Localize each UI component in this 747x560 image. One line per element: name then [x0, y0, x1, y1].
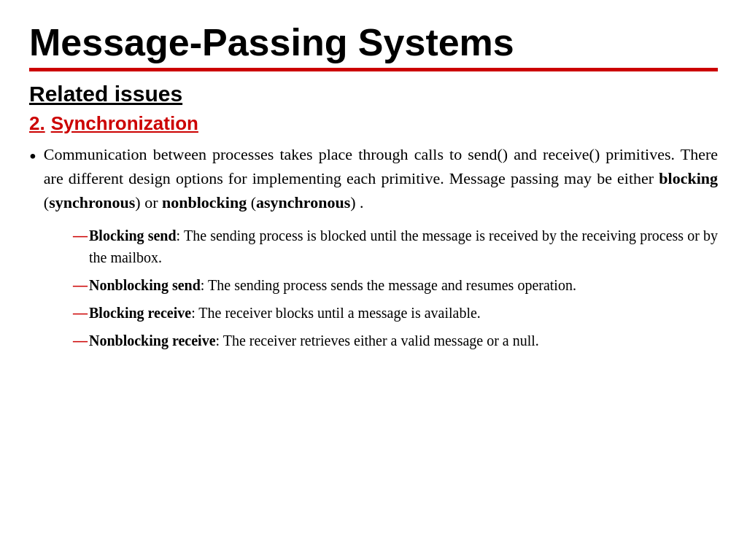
- blocking-word: blocking: [659, 169, 718, 187]
- blocking-send-label: Blocking send: [89, 228, 177, 244]
- bullet-dot: •: [29, 142, 36, 171]
- sub-dash-2: —: [73, 274, 88, 296]
- sub-text-blocking-receive: Blocking receive: The receiver blocks un…: [89, 302, 481, 324]
- sub-item-blocking-receive: — Blocking receive: The receiver blocks …: [73, 302, 718, 324]
- main-bullet: • Communication between processes takes …: [29, 142, 718, 214]
- slide-title: Message-Passing Systems: [29, 22, 718, 63]
- nonblocking-word: nonblocking: [162, 193, 247, 211]
- sub-dash-4: —: [73, 330, 88, 351]
- bullet-text: Communication between processes takes pl…: [44, 142, 718, 214]
- sub-text-nonblocking-receive: Nonblocking receive: The receiver retrie…: [89, 330, 539, 351]
- sub-item-nonblocking-send: — Nonblocking send: The sending process …: [73, 274, 718, 296]
- blocking-receive-label: Blocking receive: [89, 305, 191, 321]
- sub-items-list: — Blocking send: The sending process is …: [73, 225, 718, 351]
- related-issues-heading: Related issues: [29, 82, 718, 106]
- sub-text-blocking-send: Blocking send: The sending process is bl…: [89, 225, 718, 268]
- sub-dash-1: —: [73, 225, 88, 246]
- asynchronous-word: asynchronous: [256, 193, 350, 211]
- sub-dash-3: —: [73, 302, 88, 324]
- sub-item-nonblocking-receive: — Nonblocking receive: The receiver retr…: [73, 330, 718, 351]
- slide: Message-Passing Systems Related issues 2…: [0, 0, 747, 560]
- sub-text-nonblocking-send: Nonblocking send: The sending process se…: [89, 274, 576, 296]
- synchronous-word: synchronous: [49, 193, 135, 211]
- nonblocking-receive-label: Nonblocking receive: [89, 332, 216, 349]
- red-divider: [29, 68, 718, 71]
- sub-item-blocking-send: — Blocking send: The sending process is …: [73, 225, 718, 268]
- section-heading: 2. Synchronization: [29, 112, 718, 135]
- section-number: 2.: [29, 112, 45, 135]
- section-title: Synchronization: [51, 112, 198, 135]
- nonblocking-send-label: Nonblocking send: [89, 277, 201, 293]
